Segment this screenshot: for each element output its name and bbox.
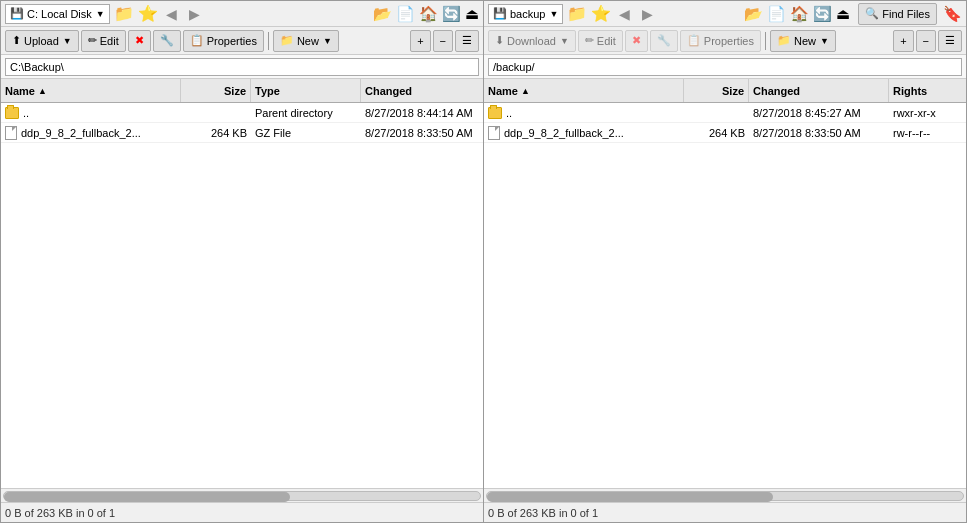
left-edit-btn[interactable]: ✏ Edit (81, 30, 126, 52)
left-back-btn[interactable]: ◀ (162, 5, 181, 23)
right-file-changed-cell: 8/27/2018 8:45:27 AM (749, 103, 889, 122)
download-dropdown-icon: ▼ (560, 36, 569, 46)
right-address-bar (484, 55, 966, 79)
left-file-changed-cell: 8/27/2018 8:33:50 AM (361, 123, 483, 142)
left-refresh-icon[interactable]: 🔄 (442, 5, 461, 23)
left-delete-btn[interactable]: ✖ (128, 30, 151, 52)
table-row[interactable]: .. Parent directory 8/27/2018 8:44:14 AM (1, 103, 483, 123)
right-col-changed-label: Changed (753, 85, 800, 97)
right-collapse-btn[interactable]: − (916, 30, 936, 52)
right-scrollbar-track[interactable] (486, 491, 964, 501)
right-bookmarks-icon-btn[interactable]: ⭐ (591, 4, 611, 23)
right-pane: 💾 backup ▼ 📁 ⭐ ◀ ▶ 📂 📄 🏠 🔄 ⏏ 🔍 Find File… (483, 0, 967, 523)
left-scrollbar-track[interactable] (3, 491, 481, 501)
right-find-files-btn[interactable]: 🔍 Find Files (858, 3, 937, 25)
left-drive-icon: 💾 (10, 7, 24, 20)
left-edit-icon: ✏ (88, 34, 97, 47)
main-container: 💾 C: Local Disk ▼ 📁 ⭐ ◀ ▶ 📂 📄 🏠 🔄 ⏏ ⬆ (0, 0, 967, 523)
find-files-label: Find Files (882, 8, 930, 20)
left-toolbar: ⬆ Upload ▼ ✏ Edit ✖ 🔧 📋 Properties (1, 27, 483, 55)
left-expand-btn[interactable]: + (410, 30, 430, 52)
right-prop1-icon: 🔧 (657, 34, 671, 47)
right-forward-btn[interactable]: ▶ (638, 5, 657, 23)
left-file-list[interactable]: .. Parent directory 8/27/2018 8:44:14 AM… (1, 103, 483, 488)
left-col-type-label: Type (255, 85, 280, 97)
left-status-bar: 0 B of 263 KB in 0 of 1 (1, 502, 483, 522)
right-home-icon[interactable]: 🏠 (790, 5, 809, 23)
left-file-name-cell: .. (1, 103, 181, 122)
left-scrollbar-thumb[interactable] (4, 492, 290, 502)
left-upload-btn[interactable]: ⬆ Upload ▼ (5, 30, 79, 52)
right-address-input[interactable] (488, 58, 962, 76)
right-file-rights-cell: rw-r--r-- (889, 123, 966, 142)
left-properties-label: Properties (207, 35, 257, 47)
right-scrollbar[interactable] (484, 488, 966, 502)
right-column-header: Name ▲ Size Changed Rights Owner (484, 79, 966, 103)
right-new-folder-btn-icon: 📁 (777, 34, 791, 47)
right-new-folder-icon[interactable]: 📂 (744, 5, 763, 23)
left-col-type-header[interactable]: Type (251, 79, 361, 102)
right-prop1-btn[interactable]: 🔧 (650, 30, 678, 52)
upload-dropdown-icon: ▼ (63, 36, 72, 46)
right-delete-btn[interactable]: ✖ (625, 30, 648, 52)
right-folder-icon-btn[interactable]: 📁 (567, 4, 587, 23)
right-file-name-cell: ddp_9_8_2_fullback_2... (484, 123, 684, 142)
right-col-name-sort: ▲ (521, 86, 530, 96)
table-row[interactable]: .. 8/27/2018 8:45:27 AM rwxr-xr-x 0 (484, 103, 966, 123)
left-folder-icon-btn[interactable]: 📁 (114, 4, 134, 23)
left-bookmarks-icon-btn[interactable]: ⭐ (138, 4, 158, 23)
left-new-folder-btn-icon: 📁 (280, 34, 294, 47)
left-col-size-header[interactable]: Size (181, 79, 251, 102)
left-new-folder-icon[interactable]: 📂 (373, 5, 392, 23)
right-new-file-icon[interactable]: 📄 (767, 5, 786, 23)
right-back-btn[interactable]: ◀ (615, 5, 634, 23)
right-view-btn[interactable]: ☰ (938, 30, 962, 52)
right-sync-icon[interactable]: ⏏ (836, 5, 850, 23)
left-col-changed-header[interactable]: Changed (361, 79, 483, 102)
right-status-text: 0 B of 263 KB in 0 of 1 (488, 507, 598, 519)
left-scrollbar[interactable] (1, 488, 483, 502)
right-col-size-header[interactable]: Size (684, 79, 749, 102)
left-address-input[interactable] (5, 58, 479, 76)
folder-icon (5, 107, 19, 119)
right-col-rights-header[interactable]: Rights (889, 79, 967, 102)
left-home-icon[interactable]: 🏠 (419, 5, 438, 23)
left-new-dropdown-icon: ▼ (323, 36, 332, 46)
right-extra-icon[interactable]: 🔖 (943, 5, 962, 23)
left-col-changed-label: Changed (365, 85, 412, 97)
right-col-changed-header[interactable]: Changed (749, 79, 889, 102)
file-icon (5, 126, 17, 140)
right-scrollbar-thumb[interactable] (487, 492, 773, 502)
left-prop1-btn[interactable]: 🔧 (153, 30, 181, 52)
left-properties-icon: 📋 (190, 34, 204, 47)
right-expand-btn[interactable]: + (893, 30, 913, 52)
right-edit-icon: ✏ (585, 34, 594, 47)
right-new-btn[interactable]: 📁 New ▼ (770, 30, 836, 52)
right-file-size-cell: 264 KB (684, 123, 749, 142)
left-file-name-cell: ddp_9_8_2_fullback_2... (1, 123, 181, 142)
left-forward-btn[interactable]: ▶ (185, 5, 204, 23)
table-row[interactable]: ddp_9_8_2_fullback_2... 264 KB GZ File 8… (1, 123, 483, 143)
left-col-name-label: Name (5, 85, 35, 97)
left-properties-btn[interactable]: 📋 Properties (183, 30, 264, 52)
left-new-btn[interactable]: 📁 New ▼ (273, 30, 339, 52)
left-sync-icon[interactable]: ⏏ (465, 5, 479, 23)
right-file-rights-cell: rwxr-xr-x (889, 103, 966, 122)
right-download-btn[interactable]: ⬇ Download ▼ (488, 30, 576, 52)
right-edit-btn[interactable]: ✏ Edit (578, 30, 623, 52)
left-new-label: New (297, 35, 319, 47)
right-refresh-icon[interactable]: 🔄 (813, 5, 832, 23)
table-row[interactable]: ddp_9_8_2_fullback_2... 264 KB 8/27/2018… (484, 123, 966, 143)
left-drive-selector[interactable]: 💾 C: Local Disk ▼ (5, 4, 110, 24)
left-address-bar (1, 55, 483, 79)
left-view-btn[interactable]: ☰ (455, 30, 479, 52)
left-collapse-btn[interactable]: − (433, 30, 453, 52)
right-col-name-header[interactable]: Name ▲ (484, 79, 684, 102)
right-drive-selector[interactable]: 💾 backup ▼ (488, 4, 563, 24)
left-new-file-icon[interactable]: 📄 (396, 5, 415, 23)
right-file-changed-cell: 8/27/2018 8:33:50 AM (749, 123, 889, 142)
right-toolbar: ⬇ Download ▼ ✏ Edit ✖ 🔧 📋 Properties (484, 27, 966, 55)
right-file-list[interactable]: .. 8/27/2018 8:45:27 AM rwxr-xr-x 0 ddp_… (484, 103, 966, 488)
left-col-name-header[interactable]: Name ▲ (1, 79, 181, 102)
right-properties-btn[interactable]: 📋 Properties (680, 30, 761, 52)
